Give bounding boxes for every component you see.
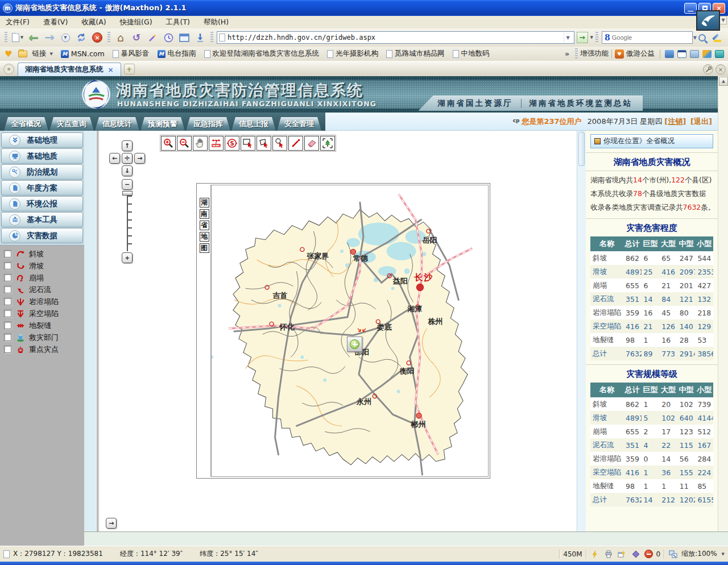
layer-checkbox-landslide[interactable]: [4, 262, 11, 269]
sidebar-item-annual-plan[interactable]: 年度方案: [1, 180, 83, 196]
search-input[interactable]: [612, 34, 693, 41]
workspace-scrollbar-thumb[interactable]: [578, 132, 585, 166]
nav-tab-province-overview[interactable]: 全省概况: [4, 117, 48, 131]
nav-tab-info-report[interactable]: 信息上报: [231, 117, 276, 131]
search-button[interactable]: [694, 30, 709, 45]
eraser-tool-button[interactable]: [304, 136, 319, 151]
charity-shield-icon[interactable]: ♥: [615, 49, 624, 59]
pan-up-button[interactable]: ↑: [122, 140, 133, 151]
scroll-up-button[interactable]: ▲: [719, 77, 728, 86]
plugin-tool-icon[interactable]: [715, 50, 724, 58]
refresh-button[interactable]: [74, 30, 89, 45]
layer-checkbox-debris-flow[interactable]: [4, 286, 11, 293]
forward-button[interactable]: →: [42, 30, 57, 45]
zoom-out-tool-button[interactable]: [177, 136, 192, 151]
address-bar[interactable]: ▼: [217, 31, 574, 44]
menu-item-help[interactable]: 帮助(H): [204, 18, 229, 27]
workspace-scrollbar[interactable]: [577, 131, 586, 531]
link-item-msn[interactable]: MMSN.com: [61, 49, 105, 58]
link-item-baofeng-video[interactable]: 暴风影音: [113, 49, 150, 59]
search-box[interactable]: 8 ▼: [602, 31, 693, 44]
full-extent-tool-button[interactable]: [320, 136, 335, 151]
nav-tab-forecast-warning[interactable]: 预测预警: [140, 117, 185, 131]
magic-filter-button[interactable]: [145, 30, 160, 45]
layer-checkbox-key-disaster-point[interactable]: [4, 346, 11, 353]
highlight-button[interactable]: [710, 30, 725, 45]
back-button[interactable]: ←: [26, 30, 41, 45]
home-button[interactable]: ⌂: [113, 30, 128, 45]
nav-tab-info-statistics[interactable]: 信息统计: [95, 117, 139, 131]
favorites-heart-icon[interactable]: ♥: [5, 49, 12, 59]
printer-icon[interactable]: [603, 550, 614, 559]
enhance-features-link[interactable]: 增强功能: [580, 49, 609, 59]
menu-item-view[interactable]: 查看(V): [43, 18, 68, 27]
search-engine-icon[interactable]: 8: [605, 33, 610, 42]
tab-active[interactable]: 湖南省地质灾害信息系统 ×: [18, 63, 121, 76]
measure-distance-tool-button[interactable]: ?: [209, 136, 224, 151]
toolbar-grip[interactable]: [210, 32, 213, 43]
layer-checkbox-collapse[interactable]: [4, 274, 11, 281]
menu-item-tools[interactable]: 工具(T): [166, 18, 190, 27]
nav-tab-disaster-query[interactable]: 灾点查询: [49, 117, 94, 131]
pan-down-button[interactable]: ↓: [122, 165, 133, 176]
org-link-land-resources[interactable]: 湖南省国土资源厅: [438, 98, 513, 109]
collapse-panel-arrow-button[interactable]: →: [106, 518, 117, 529]
tabbar-close-button[interactable]: ×: [715, 64, 726, 74]
go-button[interactable]: →: [577, 32, 588, 43]
zoom-dropdown-icon[interactable]: ▼: [722, 552, 725, 556]
pan-tool-button[interactable]: [193, 136, 208, 151]
undo-button[interactable]: ↺: [129, 30, 144, 45]
link-item-milu-city-net[interactable]: 觅路城市精品网: [386, 49, 445, 59]
links-folder[interactable]: 链接 ▼: [18, 49, 52, 59]
logout-link[interactable]: [注销]: [664, 117, 686, 127]
new-page-button[interactable]: ▼: [10, 30, 25, 45]
stop-button[interactable]: ×: [90, 30, 105, 45]
org-link-geo-station[interactable]: 湖南省地质环境监测总站: [530, 98, 633, 109]
select-rectangle-tool-button[interactable]: [241, 136, 255, 151]
popup-blocker-icon[interactable]: [644, 550, 653, 558]
notes-tool-icon[interactable]: [690, 50, 699, 58]
link-item-radio-guide[interactable]: M电台指南: [158, 49, 196, 59]
toolbar-grip[interactable]: [595, 32, 598, 43]
proxy-diamond-icon[interactable]: [631, 550, 641, 559]
layer-checkbox-ground-fissure[interactable]: [4, 322, 11, 329]
link-item-hunan-geohazard-site[interactable]: 欢迎登陆湖南省地质灾害信息系统: [204, 49, 320, 59]
layer-checkbox-karst-collapse[interactable]: [4, 298, 11, 305]
page-scrollbar[interactable]: ▲: [718, 76, 728, 546]
history-dropdown-button[interactable]: ▼: [58, 30, 73, 45]
toolbar-grip[interactable]: [107, 32, 110, 43]
tab-list-star-button[interactable]: ★: [3, 64, 14, 74]
window-list-button[interactable]: [177, 30, 192, 45]
link-item-guangnian-photo[interactable]: 光年摄影机构: [327, 49, 378, 59]
pan-center-button[interactable]: ✛: [122, 153, 133, 164]
scale-tool-button[interactable]: S: [225, 136, 239, 151]
maxthon-charity-link[interactable]: 傲游公益: [626, 49, 655, 59]
layer-checkbox-mining-collapse[interactable]: [4, 310, 11, 317]
tab-close-icon[interactable]: ×: [108, 66, 114, 74]
page-zoom-icon[interactable]: [668, 550, 678, 559]
pan-left-button[interactable]: ←: [109, 153, 120, 164]
zoom-in-slider-button[interactable]: ＋: [122, 252, 133, 263]
download-button[interactable]: [193, 30, 208, 45]
sidebar-item-basic-geology[interactable]: 基础地质: [1, 148, 83, 164]
sidebar-item-disaster-data[interactable]: 灾害数据: [1, 228, 83, 243]
nav-tab-security-management[interactable]: 安全管理: [277, 117, 321, 131]
layer-checkbox-slope[interactable]: [4, 250, 11, 257]
zoom-slider[interactable]: [124, 192, 131, 251]
zoom-in-tool-button[interactable]: [161, 136, 176, 151]
menu-item-quick-groups[interactable]: 快捷组(G): [120, 18, 152, 27]
boost-lightning-icon[interactable]: [590, 550, 600, 559]
new-window-icon[interactable]: [617, 550, 627, 559]
nav-tab-emergency-command[interactable]: 应急指挥: [186, 117, 230, 131]
sidebar-item-basic-tools[interactable]: 基本工具: [1, 212, 83, 227]
sidebar-item-prevention-plan[interactable]: 防治规划: [1, 164, 83, 180]
tabbar-tools-button[interactable]: [703, 64, 713, 74]
address-input[interactable]: [228, 34, 564, 41]
toolbar-grip[interactable]: [575, 48, 578, 60]
link-item-zhongdi-digital[interactable]: 中地数码: [453, 49, 490, 59]
minimize-button[interactable]: —: [684, 3, 697, 14]
menu-item-favorites[interactable]: 收藏(A): [81, 18, 106, 27]
select-circle-tool-button[interactable]: [272, 136, 287, 151]
new-tab-button[interactable]: +: [124, 64, 135, 74]
hunan-province-map[interactable]: 张家界常德岳阳益阳长沙吉首湘潭株州怀化娄底邵阳衡阳永州郴州: [212, 185, 488, 476]
